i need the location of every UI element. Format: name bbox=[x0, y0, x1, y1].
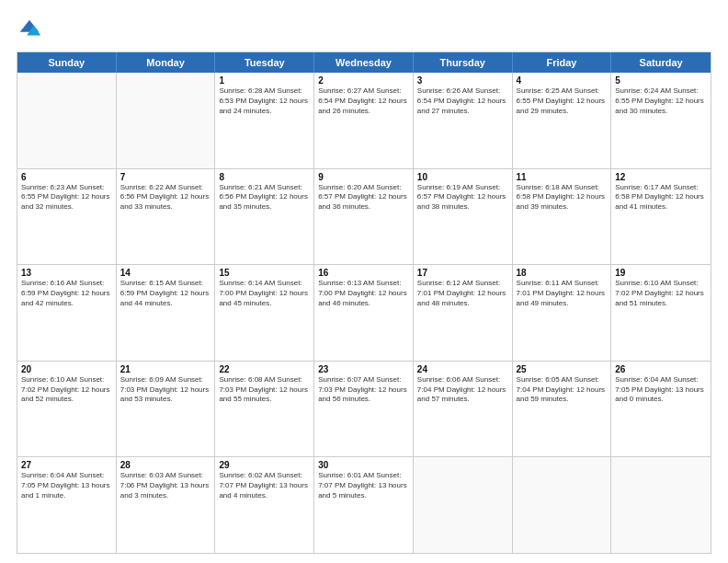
header-day-tuesday: Tuesday bbox=[215, 52, 314, 73]
calendar-cell: 4Sunrise: 6:25 AM Sunset: 6:55 PM Daylig… bbox=[513, 73, 612, 168]
day-number: 7 bbox=[120, 172, 211, 182]
day-info: Sunrise: 6:24 AM Sunset: 6:55 PM Dayligh… bbox=[615, 86, 707, 116]
day-number: 20 bbox=[21, 364, 112, 374]
day-number: 6 bbox=[21, 172, 112, 182]
day-info: Sunrise: 6:15 AM Sunset: 6:59 PM Dayligh… bbox=[120, 279, 211, 308]
calendar-cell: 17Sunrise: 6:12 AM Sunset: 7:01 PM Dayli… bbox=[414, 265, 513, 361]
day-number: 25 bbox=[517, 364, 608, 374]
calendar-cell: 16Sunrise: 6:13 AM Sunset: 7:00 PM Dayli… bbox=[314, 265, 414, 361]
calendar-week-4: 20Sunrise: 6:10 AM Sunset: 7:02 PM Dayli… bbox=[17, 361, 711, 457]
calendar-cell: 6Sunrise: 6:23 AM Sunset: 6:55 PM Daylig… bbox=[17, 169, 117, 265]
day-number: 10 bbox=[417, 172, 508, 182]
day-info: Sunrise: 6:01 AM Sunset: 7:07 PM Dayligh… bbox=[318, 471, 409, 500]
day-number: 11 bbox=[517, 172, 608, 182]
calendar-cell: 3Sunrise: 6:26 AM Sunset: 6:54 PM Daylig… bbox=[414, 73, 513, 168]
day-number: 30 bbox=[318, 460, 409, 470]
day-number: 9 bbox=[318, 172, 409, 182]
header-day-sunday: Sunday bbox=[17, 52, 117, 73]
calendar-cell: 29Sunrise: 6:02 AM Sunset: 7:07 PM Dayli… bbox=[215, 457, 314, 553]
day-number: 21 bbox=[120, 364, 211, 374]
day-info: Sunrise: 6:20 AM Sunset: 6:57 PM Dayligh… bbox=[318, 183, 409, 213]
calendar-cell: 14Sunrise: 6:15 AM Sunset: 6:59 PM Dayli… bbox=[117, 265, 216, 361]
day-info: Sunrise: 6:05 AM Sunset: 7:04 PM Dayligh… bbox=[517, 375, 608, 405]
header-day-wednesday: Wednesday bbox=[314, 52, 414, 73]
day-number: 17 bbox=[417, 268, 508, 278]
day-number: 12 bbox=[615, 172, 707, 182]
day-info: Sunrise: 6:02 AM Sunset: 7:07 PM Dayligh… bbox=[219, 471, 310, 500]
calendar-cell bbox=[513, 457, 612, 553]
calendar-cell: 11Sunrise: 6:18 AM Sunset: 6:58 PM Dayli… bbox=[513, 169, 612, 265]
calendar-cell: 18Sunrise: 6:11 AM Sunset: 7:01 PM Dayli… bbox=[513, 265, 612, 361]
calendar-cell: 23Sunrise: 6:07 AM Sunset: 7:03 PM Dayli… bbox=[314, 362, 414, 457]
day-number: 14 bbox=[120, 268, 211, 278]
calendar-week-1: 1Sunrise: 6:28 AM Sunset: 6:53 PM Daylig… bbox=[17, 73, 711, 168]
day-info: Sunrise: 6:26 AM Sunset: 6:54 PM Dayligh… bbox=[417, 86, 508, 116]
day-number: 16 bbox=[318, 268, 409, 278]
day-number: 2 bbox=[318, 75, 409, 86]
day-info: Sunrise: 6:22 AM Sunset: 6:56 PM Dayligh… bbox=[120, 183, 211, 213]
day-info: Sunrise: 6:19 AM Sunset: 6:57 PM Dayligh… bbox=[417, 183, 508, 213]
day-info: Sunrise: 6:03 AM Sunset: 7:06 PM Dayligh… bbox=[120, 471, 211, 500]
calendar-week-2: 6Sunrise: 6:23 AM Sunset: 6:55 PM Daylig… bbox=[17, 168, 711, 265]
calendar-cell: 25Sunrise: 6:05 AM Sunset: 7:04 PM Dayli… bbox=[513, 362, 612, 457]
calendar-week-3: 13Sunrise: 6:16 AM Sunset: 6:59 PM Dayli… bbox=[17, 264, 711, 361]
day-number: 26 bbox=[615, 364, 707, 374]
day-info: Sunrise: 6:07 AM Sunset: 7:03 PM Dayligh… bbox=[318, 375, 409, 405]
day-number: 18 bbox=[517, 268, 608, 278]
logo-icon bbox=[17, 17, 42, 42]
calendar-cell bbox=[414, 457, 513, 553]
header-day-monday: Monday bbox=[117, 52, 216, 73]
day-info: Sunrise: 6:28 AM Sunset: 6:53 PM Dayligh… bbox=[219, 86, 310, 116]
calendar-cell: 8Sunrise: 6:21 AM Sunset: 6:56 PM Daylig… bbox=[215, 169, 314, 265]
day-number: 22 bbox=[219, 364, 310, 374]
header-day-thursday: Thursday bbox=[414, 52, 513, 73]
day-number: 27 bbox=[21, 460, 112, 470]
day-info: Sunrise: 6:13 AM Sunset: 7:00 PM Dayligh… bbox=[318, 279, 409, 308]
day-info: Sunrise: 6:25 AM Sunset: 6:55 PM Dayligh… bbox=[517, 86, 608, 116]
day-info: Sunrise: 6:08 AM Sunset: 7:03 PM Dayligh… bbox=[219, 375, 310, 405]
calendar-cell bbox=[611, 457, 711, 553]
day-number: 3 bbox=[417, 75, 508, 86]
day-number: 1 bbox=[219, 75, 310, 86]
day-info: Sunrise: 6:11 AM Sunset: 7:01 PM Dayligh… bbox=[517, 279, 608, 308]
calendar-cell: 21Sunrise: 6:09 AM Sunset: 7:03 PM Dayli… bbox=[117, 362, 216, 457]
day-info: Sunrise: 6:12 AM Sunset: 7:01 PM Dayligh… bbox=[417, 279, 508, 308]
day-info: Sunrise: 6:14 AM Sunset: 7:00 PM Dayligh… bbox=[219, 279, 310, 308]
calendar-cell: 28Sunrise: 6:03 AM Sunset: 7:06 PM Dayli… bbox=[117, 457, 216, 553]
calendar-week-5: 27Sunrise: 6:04 AM Sunset: 7:05 PM Dayli… bbox=[17, 456, 711, 553]
header bbox=[17, 17, 711, 42]
calendar-cell: 7Sunrise: 6:22 AM Sunset: 6:56 PM Daylig… bbox=[117, 169, 216, 265]
day-info: Sunrise: 6:10 AM Sunset: 7:02 PM Dayligh… bbox=[615, 279, 707, 308]
day-info: Sunrise: 6:23 AM Sunset: 6:55 PM Dayligh… bbox=[21, 183, 112, 213]
day-number: 28 bbox=[120, 460, 211, 470]
day-number: 19 bbox=[615, 268, 707, 278]
calendar-cell: 15Sunrise: 6:14 AM Sunset: 7:00 PM Dayli… bbox=[215, 265, 314, 361]
day-number: 4 bbox=[517, 75, 608, 86]
calendar-cell: 10Sunrise: 6:19 AM Sunset: 6:57 PM Dayli… bbox=[414, 169, 513, 265]
header-day-saturday: Saturday bbox=[611, 52, 711, 73]
calendar-cell: 30Sunrise: 6:01 AM Sunset: 7:07 PM Dayli… bbox=[314, 457, 414, 553]
day-number: 13 bbox=[21, 268, 112, 278]
calendar-body: 1Sunrise: 6:28 AM Sunset: 6:53 PM Daylig… bbox=[17, 73, 711, 553]
calendar-cell: 12Sunrise: 6:17 AM Sunset: 6:58 PM Dayli… bbox=[611, 169, 711, 265]
day-info: Sunrise: 6:21 AM Sunset: 6:56 PM Dayligh… bbox=[219, 183, 310, 213]
day-info: Sunrise: 6:18 AM Sunset: 6:58 PM Dayligh… bbox=[517, 183, 608, 213]
calendar-cell bbox=[117, 73, 216, 168]
day-info: Sunrise: 6:06 AM Sunset: 7:04 PM Dayligh… bbox=[417, 375, 508, 405]
day-number: 5 bbox=[615, 75, 707, 86]
calendar-cell: 2Sunrise: 6:27 AM Sunset: 6:54 PM Daylig… bbox=[314, 73, 414, 168]
calendar-header: SundayMondayTuesdayWednesdayThursdayFrid… bbox=[17, 52, 711, 73]
day-info: Sunrise: 6:17 AM Sunset: 6:58 PM Dayligh… bbox=[615, 183, 707, 213]
page: SundayMondayTuesdayWednesdayThursdayFrid… bbox=[0, 0, 728, 563]
day-info: Sunrise: 6:09 AM Sunset: 7:03 PM Dayligh… bbox=[120, 375, 211, 405]
day-number: 23 bbox=[318, 364, 409, 374]
logo bbox=[17, 17, 46, 42]
calendar-cell: 5Sunrise: 6:24 AM Sunset: 6:55 PM Daylig… bbox=[611, 73, 711, 168]
day-number: 24 bbox=[417, 364, 508, 374]
calendar-cell bbox=[17, 73, 117, 168]
calendar-cell: 1Sunrise: 6:28 AM Sunset: 6:53 PM Daylig… bbox=[215, 73, 314, 168]
day-info: Sunrise: 6:04 AM Sunset: 7:05 PM Dayligh… bbox=[615, 375, 707, 405]
calendar-cell: 13Sunrise: 6:16 AM Sunset: 6:59 PM Dayli… bbox=[17, 265, 117, 361]
calendar-cell: 22Sunrise: 6:08 AM Sunset: 7:03 PM Dayli… bbox=[215, 362, 314, 457]
calendar-cell: 26Sunrise: 6:04 AM Sunset: 7:05 PM Dayli… bbox=[611, 362, 711, 457]
